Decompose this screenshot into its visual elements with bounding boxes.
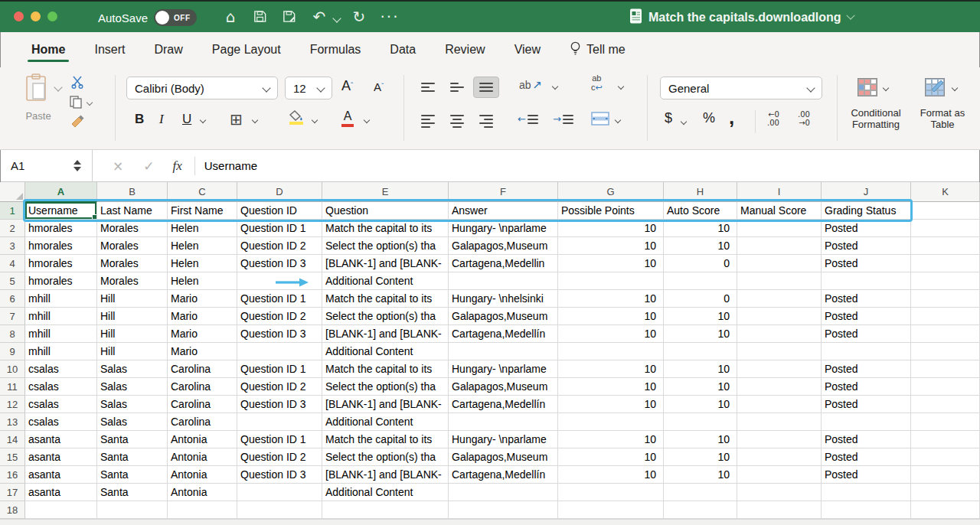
align-bottom-button[interactable] xyxy=(473,77,499,98)
cut-button[interactable] xyxy=(70,75,84,89)
cell-D2[interactable]: Question ID 1 xyxy=(237,220,322,237)
cell-J1[interactable]: Grading Status xyxy=(822,202,911,220)
currency-chevron-icon[interactable] xyxy=(681,119,687,125)
cell-H1[interactable]: Auto Score xyxy=(664,202,737,220)
align-middle-button[interactable] xyxy=(444,77,470,98)
cell-D11[interactable]: Question ID 2 xyxy=(237,378,322,396)
cell-H2[interactable]: 10 xyxy=(664,220,737,237)
tab-draw[interactable]: Draw xyxy=(139,32,197,67)
cell-I3[interactable] xyxy=(737,237,822,255)
row-header-15[interactable]: 15 xyxy=(0,448,25,466)
row-header-17[interactable]: 17 xyxy=(0,484,25,501)
cell-A13[interactable]: csalas xyxy=(25,413,97,431)
tab-data[interactable]: Data xyxy=(375,32,430,67)
row-header-3[interactable]: 3 xyxy=(0,237,25,255)
paste-button[interactable] xyxy=(24,73,49,103)
cell-B4[interactable]: Morales xyxy=(97,255,168,272)
cell-F17[interactable] xyxy=(449,484,558,501)
cell-B10[interactable]: Salas xyxy=(97,360,168,378)
tab-review[interactable]: Review xyxy=(430,32,499,67)
cell-K1[interactable] xyxy=(911,202,980,220)
cell-G3[interactable]: 10 xyxy=(558,237,664,255)
column-header-F[interactable]: F xyxy=(449,182,558,202)
tab-home[interactable]: Home xyxy=(17,32,80,67)
cell-J13[interactable] xyxy=(822,413,911,431)
row-header-6[interactable]: 6 xyxy=(0,290,25,308)
italic-button[interactable]: I xyxy=(159,112,164,127)
row-header-18[interactable]: 18 xyxy=(0,501,25,519)
cell-I2[interactable] xyxy=(737,220,822,237)
cell-H5[interactable] xyxy=(664,272,737,290)
cell-E17[interactable]: Additional Content xyxy=(322,484,449,501)
cell-A8[interactable]: mhill xyxy=(25,325,97,343)
cancel-entry-icon[interactable]: × xyxy=(113,158,123,174)
paste-menu-chevron-icon[interactable] xyxy=(54,83,62,91)
cell-G15[interactable]: 10 xyxy=(558,448,664,466)
cell-H6[interactable]: 0 xyxy=(664,290,737,308)
cell-C2[interactable]: Helen xyxy=(168,220,237,237)
cell-J9[interactable] xyxy=(822,343,911,360)
cell-E2[interactable]: Match the capital to its xyxy=(322,220,449,237)
cell-A6[interactable]: mhill xyxy=(25,290,97,308)
cell-J3[interactable]: Posted xyxy=(822,237,911,255)
cell-C9[interactable]: Mario xyxy=(168,343,237,360)
increase-indent-button[interactable]: → xyxy=(553,113,573,125)
cell-H3[interactable]: 10 xyxy=(664,237,737,255)
cell-A4[interactable]: hmorales xyxy=(25,255,97,272)
cell-D14[interactable]: Question ID 1 xyxy=(237,431,322,448)
shrink-font-button[interactable]: Aˇ xyxy=(374,80,384,93)
merge-center-button[interactable] xyxy=(591,112,609,126)
align-left-button[interactable] xyxy=(415,110,441,132)
column-header-E[interactable]: E xyxy=(322,182,449,202)
cell-B6[interactable]: Hill xyxy=(97,290,168,308)
cell-G4[interactable]: 10 xyxy=(558,255,664,272)
format-as-table-button[interactable] xyxy=(925,78,945,96)
cell-K4[interactable] xyxy=(911,255,980,272)
minimize-window-button[interactable] xyxy=(31,11,41,21)
cell-E16[interactable]: [BLANK-1] and [BLANK- xyxy=(322,466,449,484)
cell-J5[interactable] xyxy=(822,272,911,290)
copy-button[interactable] xyxy=(69,95,83,109)
tab-formulas[interactable]: Formulas xyxy=(296,32,376,67)
column-header-I[interactable]: I xyxy=(737,182,822,202)
cell-E3[interactable]: Select the option(s) tha xyxy=(322,237,449,255)
cell-B8[interactable]: Hill xyxy=(97,325,168,343)
cell-D18[interactable] xyxy=(237,501,322,519)
cell-E18[interactable] xyxy=(322,501,449,519)
cell-A3[interactable]: hmorales xyxy=(25,237,97,255)
cell-A16[interactable]: asanta xyxy=(25,466,97,484)
cell-F10[interactable]: Hungary- \nparlame xyxy=(449,360,558,378)
zoom-window-button[interactable] xyxy=(47,11,57,21)
cell-C3[interactable]: Helen xyxy=(168,237,237,255)
cell-B16[interactable]: Santa xyxy=(97,466,168,484)
cell-G12[interactable]: 10 xyxy=(558,396,664,413)
cell-F11[interactable]: Galapagos,Museum xyxy=(449,378,558,396)
number-format-select[interactable]: General xyxy=(660,77,822,99)
cell-I10[interactable] xyxy=(737,360,822,378)
cell-B17[interactable]: Santa xyxy=(97,484,168,501)
cell-D6[interactable]: Question ID 1 xyxy=(237,290,322,308)
fill-color-chevron-icon[interactable] xyxy=(312,117,318,123)
row-header-4[interactable]: 4 xyxy=(0,255,25,272)
cell-D9[interactable] xyxy=(237,343,322,360)
cell-I4[interactable] xyxy=(737,255,822,272)
close-window-button[interactable] xyxy=(14,11,24,21)
cell-F15[interactable]: Galapagos,Museum xyxy=(449,448,558,466)
column-header-C[interactable]: C xyxy=(168,182,237,202)
cell-E12[interactable]: [BLANK-1] and [BLANK- xyxy=(322,396,449,413)
cell-A12[interactable]: csalas xyxy=(25,396,97,413)
tab-view[interactable]: View xyxy=(500,32,555,67)
cell-D13[interactable] xyxy=(237,413,322,431)
row-header-12[interactable]: 12 xyxy=(0,396,25,413)
cell-C7[interactable]: Mario xyxy=(168,308,237,325)
cell-E15[interactable]: Select the option(s) tha xyxy=(322,448,449,466)
cell-H18[interactable] xyxy=(664,501,737,519)
cell-K2[interactable] xyxy=(911,220,980,237)
cell-J16[interactable]: Posted xyxy=(822,466,911,484)
cell-A14[interactable]: asanta xyxy=(25,431,97,448)
decrease-indent-button[interactable]: ← xyxy=(518,113,538,125)
cell-K7[interactable] xyxy=(911,308,980,325)
font-color-chevron-icon[interactable] xyxy=(364,117,370,123)
cell-G2[interactable]: 10 xyxy=(558,220,664,237)
cell-C14[interactable]: Antonia xyxy=(168,431,237,448)
